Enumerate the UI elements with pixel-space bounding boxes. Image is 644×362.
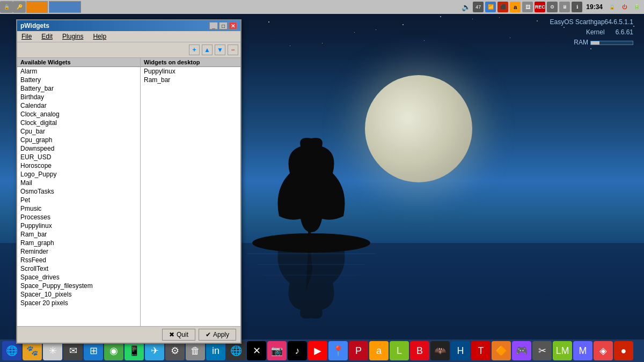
list-item[interactable]: EUR_USD [17, 153, 140, 161]
system-tray: 🔊 47 📶 ⬛ a 🖼 REC ⚙ 🖥 ℹ 19:34 🔒 ⏻ 🔋 [460, 2, 644, 12]
power-icon[interactable]: ⏻ [619, 2, 630, 12]
list-item[interactable]: Battery [17, 76, 140, 84]
taskbar-blue-btn[interactable] [49, 1, 81, 13]
list-item[interactable]: Cpu_graph [17, 136, 140, 144]
network-icon[interactable]: 47 [473, 2, 484, 12]
list-item[interactable]: Downspeed [17, 144, 140, 153]
compass-icon[interactable]: ◈ [594, 341, 613, 360]
list-item[interactable]: Pet [17, 196, 140, 204]
list-item[interactable]: Horoscope [17, 161, 140, 170]
window-title: pWidgets [20, 22, 49, 29]
circle-icon[interactable]: ● [614, 341, 633, 360]
settings-icon[interactable]: ⚙ [547, 2, 558, 12]
list-item[interactable]: Clock_digital [17, 119, 140, 127]
list-item[interactable]: Ram_graph [17, 239, 140, 247]
info-icon[interactable]: ℹ [572, 2, 582, 12]
menu-file[interactable]: File [19, 32, 34, 41]
envelope-icon[interactable]: ✉ [63, 341, 83, 360]
twitch-icon[interactable]: 🎮 [512, 341, 531, 360]
display-icon[interactable]: 🖥 [559, 2, 570, 12]
taskbar-orange-btn[interactable] [26, 1, 48, 13]
moon [365, 75, 472, 182]
apply-button[interactable]: ✔ Apply [199, 329, 236, 341]
quit-icon: ✖ [169, 331, 174, 338]
berlin-icon[interactable]: B [410, 341, 429, 360]
amazon-icon[interactable]: a [369, 341, 389, 360]
remove-widget-button[interactable]: − [228, 45, 238, 55]
list-item[interactable]: Pmusic [17, 204, 140, 213]
window-menubar: File Edit Plugins Help [17, 31, 240, 42]
puppy-icon[interactable]: 🐾 [23, 341, 42, 360]
windows-icon[interactable]: ⊞ [84, 341, 103, 360]
trash-icon[interactable]: 🗑 [186, 341, 205, 360]
list-item[interactable]: Processes [17, 213, 140, 221]
photo-icon[interactable]: 🖼 [522, 2, 533, 12]
minimize-button[interactable]: _ [209, 22, 218, 29]
lock-icon[interactable]: 🔒 [0, 1, 13, 13]
leroymerlin-icon[interactable]: L [390, 341, 409, 360]
available-widgets-list[interactable]: AlarmBatteryBattery_barBirthdayCalendarC… [17, 67, 140, 326]
rss-icon[interactable]: ◉ [104, 341, 123, 360]
bat-icon[interactable]: 🦇 [430, 341, 450, 360]
list-item[interactable]: Spacer_10_pixels [17, 290, 140, 299]
list-item[interactable]: Puppylinux [141, 67, 240, 76]
tools-icon[interactable]: ✂ [532, 341, 552, 360]
list-item[interactable]: Reminder [17, 247, 140, 256]
move-down-button[interactable]: ▼ [215, 45, 225, 55]
x-icon[interactable]: ✕ [247, 341, 266, 360]
t-icon[interactable]: T [471, 341, 491, 360]
list-item[interactable]: OsmoTasks [17, 187, 140, 196]
rec-icon[interactable]: REC [535, 2, 545, 12]
whatsapp-icon[interactable]: 📱 [125, 341, 144, 360]
list-item[interactable]: Spacer 20 pixels [17, 299, 140, 307]
telegram-icon[interactable]: ✈ [145, 341, 164, 360]
list-item[interactable]: Ram_bar [17, 230, 140, 239]
list-item[interactable]: Battery_bar [17, 84, 140, 93]
list-item[interactable]: Space_Puppy_filesystem [17, 282, 140, 290]
list-item[interactable]: Logo_Puppy [17, 170, 140, 179]
list-item[interactable]: Alarm [17, 67, 140, 76]
maps-icon[interactable]: 📍 [328, 341, 348, 360]
h-icon[interactable]: H [451, 341, 470, 360]
lock2-icon[interactable]: 🔒 [606, 2, 617, 12]
globe-icon[interactable]: 🌐 [2, 341, 21, 360]
key-icon[interactable]: 🔑 [13, 1, 26, 13]
tiktok-icon[interactable]: ♪ [288, 341, 307, 360]
linkedin-icon[interactable]: in [206, 341, 225, 360]
menu-edit[interactable]: Edit [39, 32, 55, 41]
browser-icon[interactable]: 🌐 [226, 341, 246, 360]
battery-tray-icon[interactable]: 🔋 [631, 2, 642, 12]
menu-plugins[interactable]: Plugins [60, 32, 85, 41]
list-item[interactable]: Ram_bar [141, 76, 240, 84]
speaker-icon[interactable]: 🔊 [460, 2, 471, 12]
list-item[interactable]: ScrollText [17, 264, 140, 273]
list-item[interactable]: Calendar [17, 101, 140, 110]
close-button[interactable]: ✕ [229, 22, 237, 29]
list-item[interactable]: Space_drives [17, 273, 140, 282]
leroymerlin2-icon[interactable]: LM [553, 341, 572, 360]
quit-button[interactable]: ✖ Quit [162, 329, 195, 341]
desktop-widgets-list[interactable]: PuppylinuxRam_bar [141, 67, 240, 326]
menu-help[interactable]: Help [91, 32, 108, 41]
ai-icon[interactable]: ⚙ [165, 341, 185, 360]
app1-icon[interactable]: ⬛ [497, 2, 508, 12]
asterisk-icon[interactable]: ✳ [43, 341, 62, 360]
add-widget-button[interactable]: + [189, 45, 200, 55]
window-content: Available Widgets AlarmBatteryBattery_ba… [17, 58, 240, 326]
maximize-button[interactable]: □ [219, 22, 228, 29]
list-item[interactable]: Mail [17, 179, 140, 187]
pinterest-icon[interactable]: P [349, 341, 368, 360]
instagram-icon[interactable]: 📷 [267, 341, 287, 360]
list-item[interactable]: Cpu_bar [17, 127, 140, 136]
list-item[interactable]: Puppylinux [17, 221, 140, 230]
mastodon-icon[interactable]: M [573, 341, 592, 360]
list-item[interactable]: Birthday [17, 93, 140, 101]
signal-icon[interactable]: 📶 [485, 2, 496, 12]
amazon-tray-icon[interactable]: a [510, 2, 521, 12]
puppy2-icon[interactable]: 🔶 [492, 341, 511, 360]
list-item[interactable]: Clock_analog [17, 110, 140, 119]
list-item[interactable]: RssFeed [17, 256, 140, 264]
youtube-icon[interactable]: ▶ [308, 341, 327, 360]
desktop: EasyOS Scarthgap64 6.5.1.1 Kernel 6.6.61… [0, 0, 644, 362]
move-up-button[interactable]: ▲ [202, 45, 213, 55]
